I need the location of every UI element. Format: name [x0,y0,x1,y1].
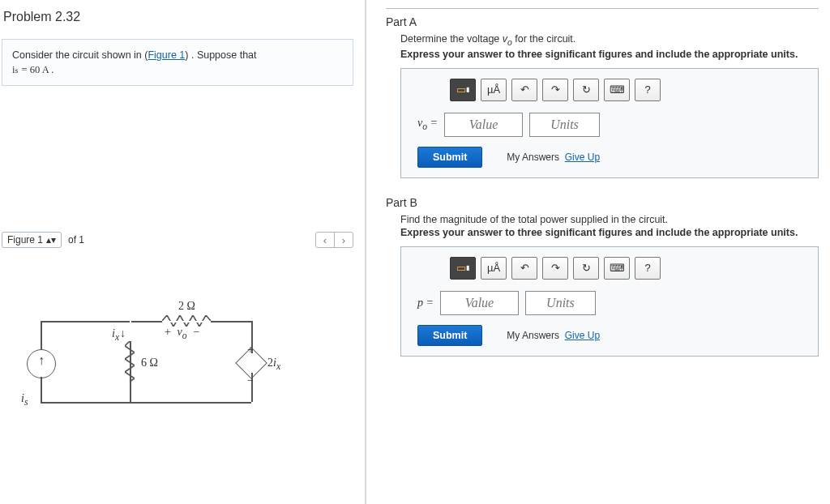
units-tool[interactable]: µÅ [481,257,507,280]
keyboard-icon[interactable]: ⌨ [604,79,630,101]
figure-selector-label: Figure 1 [7,234,43,246]
units-tool[interactable]: µÅ [481,79,507,101]
reset-icon[interactable]: ↻ [573,257,599,280]
figure-selector[interactable]: Figure 1 ▴▾ [2,232,62,248]
r-2ohm-label: 2 Ω [178,300,195,313]
units-input-b[interactable] [525,291,596,315]
reset-icon[interactable]: ↻ [573,79,599,101]
minus-icon: − [247,374,254,387]
answer-box-b: ▭▮ µÅ ↶ ↷ ↻ ⌨ ? p = Submit My Answers Gi… [400,246,819,357]
undo-icon[interactable]: ↶ [511,79,537,101]
my-answers-b: My Answers Give Up [507,330,600,341]
dropdown-icon: ▴▾ [46,234,56,246]
my-answers-label: My Answers [507,330,559,341]
ix-arrow: ↓ [120,327,126,340]
dep-label: 2ix [267,357,280,372]
units-input-a[interactable] [529,113,600,137]
part-b-title: Part B [386,196,819,209]
r-6ohm-label: 6 Ω [141,357,158,369]
keyboard-icon[interactable]: ⌨ [604,257,630,280]
my-answers-label: My Answers [507,152,559,163]
circuit-diagram: ↑ 2 Ω 6 Ω + vo − ix ↓ is 2ix + − [24,288,284,426]
my-answers-a: My Answers Give Up [507,152,600,163]
part-a-title: Part A [386,15,819,28]
plus-icon: + [247,344,254,357]
ix-label: ix [112,327,119,343]
part-b-prompt: Find the magnitude of the total power su… [400,214,819,225]
figure-count: of 1 [68,234,84,246]
help-icon[interactable]: ? [635,257,661,280]
template-icon[interactable]: ▭▮ [450,79,476,101]
figure-link[interactable]: Figure 1 [148,49,185,61]
var-b: p = [417,297,434,310]
value-input-a[interactable] [444,113,523,137]
redo-icon[interactable]: ↷ [542,79,568,101]
part-a-prompt: Determine the voltage vo for the circuit… [400,33,819,47]
template-icon[interactable]: ▭▮ [450,257,476,280]
prob-text2: ) . Suppose that [185,49,256,61]
part-a-rule: Express your answer to three significant… [400,49,819,60]
next-figure-button[interactable]: › [334,233,353,247]
redo-icon[interactable]: ↷ [542,257,568,280]
given-value: iₛ = 60 A . [12,64,53,75]
var-a: vo = [417,117,438,132]
prob-text: Consider the circuit shown in ( [12,49,148,61]
give-up-link-b[interactable]: Give Up [565,330,600,341]
answer-box-a: ▭▮ µÅ ↶ ↷ ↻ ⌨ ? vo = Submit My Answers G… [400,68,819,178]
submit-button-b[interactable]: Submit [417,325,482,346]
prev-figure-button[interactable]: ‹ [316,233,334,247]
problem-title: Problem 2.32 [0,6,355,29]
problem-statement: Consider the circuit shown in (Figure 1)… [2,39,353,86]
submit-button-a[interactable]: Submit [417,147,482,168]
value-input-b[interactable] [440,291,519,315]
part-b-rule: Express your answer to three significant… [400,227,819,238]
give-up-link-a[interactable]: Give Up [565,152,600,163]
help-icon[interactable]: ? [635,79,661,101]
undo-icon[interactable]: ↶ [511,257,537,280]
vo-label: + vo − [164,326,200,341]
is-label: is [21,392,28,408]
